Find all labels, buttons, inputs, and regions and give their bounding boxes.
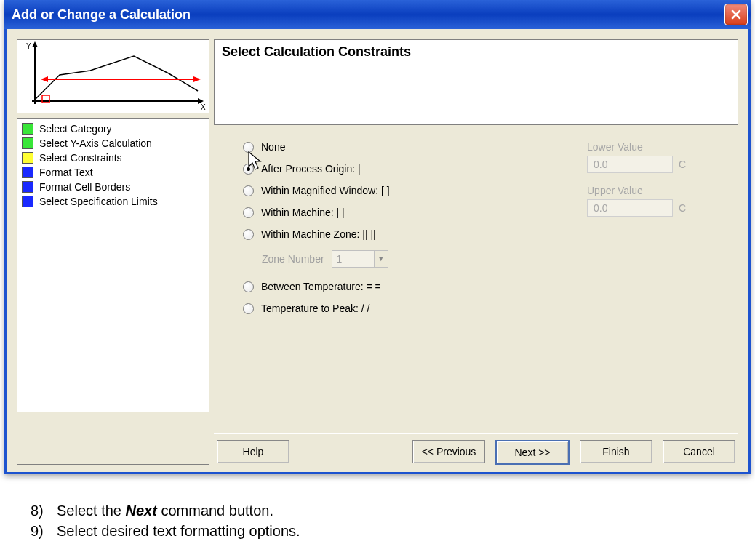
radio-icon bbox=[243, 164, 254, 175]
radio-temperature-to-peak[interactable]: Temperature to Peak: / / bbox=[243, 303, 580, 314]
left-column: Y X Select Category bbox=[17, 39, 209, 465]
radio-machine-zone[interactable]: Within Machine Zone: || || bbox=[243, 228, 580, 240]
radio-label: Within Machine: | | bbox=[261, 207, 345, 218]
options-area: None After Process Origin: | Within Magn… bbox=[214, 125, 738, 433]
window-body: Y X Select Category bbox=[4, 29, 751, 474]
next-button[interactable]: Next >> bbox=[495, 440, 570, 465]
radio-icon bbox=[243, 303, 254, 314]
help-button[interactable]: Help bbox=[217, 440, 289, 463]
step-label: Select Constraints bbox=[39, 152, 122, 164]
radio-icon bbox=[243, 207, 254, 218]
upper-value-label: Upper Value bbox=[587, 185, 725, 196]
svg-marker-1 bbox=[32, 41, 38, 47]
step-item-spec-limits[interactable]: Select Specification Limits bbox=[19, 194, 207, 209]
step-label: Format Text bbox=[39, 167, 93, 178]
lower-value-input[interactable]: 0.0 bbox=[587, 156, 673, 173]
step-item-category[interactable]: Select Category bbox=[19, 121, 207, 136]
info-box bbox=[17, 417, 209, 465]
zone-number-label: Zone Number bbox=[262, 253, 324, 265]
step-label: Select Specification Limits bbox=[39, 196, 158, 207]
zone-number-value: 1 bbox=[337, 253, 343, 265]
value-panel: Lower Value 0.0 C Upper Value 0.0 bbox=[580, 141, 725, 426]
radio-icon bbox=[243, 185, 254, 196]
radio-between-temperature[interactable]: Between Temperature: = = bbox=[243, 281, 580, 292]
step-swatch bbox=[22, 181, 33, 193]
instruction-8-text: Select the Next command button. bbox=[57, 500, 273, 521]
step-label: Format Cell Borders bbox=[39, 181, 130, 193]
upper-value-unit: C bbox=[679, 202, 686, 214]
instruction-9-number: 9) bbox=[31, 521, 51, 541]
upper-value-input[interactable]: 0.0 bbox=[587, 199, 673, 217]
step-item-constraints[interactable]: Select Constraints bbox=[19, 151, 207, 165]
graph-y-label: Y bbox=[26, 42, 31, 50]
zone-number-select[interactable]: 1 ▼ bbox=[332, 250, 388, 268]
step-item-yaxis[interactable]: Select Y-Axis Calculation bbox=[19, 136, 207, 151]
radio-icon bbox=[243, 142, 254, 153]
svg-marker-5 bbox=[41, 76, 48, 82]
radio-magnified-window[interactable]: Within Magnified Window: [ ] bbox=[243, 185, 580, 196]
radio-icon bbox=[243, 281, 254, 292]
step-swatch bbox=[22, 152, 33, 164]
right-column: Select Calculation Constraints None Afte… bbox=[214, 39, 738, 465]
radio-label: After Process Origin: | bbox=[261, 163, 361, 175]
close-button[interactable] bbox=[724, 4, 748, 25]
lower-value-unit: C bbox=[679, 159, 686, 170]
zone-number-row: Zone Number 1 ▼ bbox=[262, 250, 580, 268]
cancel-button[interactable]: Cancel bbox=[663, 440, 735, 463]
wizard-step-list: Select Category Select Y-Axis Calculatio… bbox=[17, 118, 209, 412]
step-title: Select Calculation Constraints bbox=[222, 44, 730, 60]
radio-within-machine[interactable]: Within Machine: | | bbox=[243, 207, 580, 218]
instruction-8-number: 8) bbox=[31, 500, 51, 521]
step-swatch bbox=[22, 137, 33, 149]
finish-button[interactable]: Finish bbox=[580, 440, 652, 463]
upper-section: Y X Select Category bbox=[17, 39, 738, 465]
titlebar: Add or Change a Calculation bbox=[4, 0, 751, 29]
radio-label: Between Temperature: = = bbox=[261, 281, 381, 292]
preview-graph: Y X bbox=[17, 39, 209, 113]
dialog-window: Add or Change a Calculation Y X bbox=[4, 0, 751, 474]
step-item-format-borders[interactable]: Format Cell Borders bbox=[19, 180, 207, 194]
radio-none[interactable]: None bbox=[243, 141, 580, 153]
lower-value-label: Lower Value bbox=[587, 141, 725, 153]
radio-label: Within Magnified Window: [ ] bbox=[261, 185, 390, 196]
step-label: Select Y-Axis Calculation bbox=[39, 137, 152, 149]
constraint-radio-group: None After Process Origin: | Within Magn… bbox=[243, 141, 580, 426]
step-header: Select Calculation Constraints bbox=[214, 39, 738, 125]
button-bar: Help << Previous Next >> Finish Cancel bbox=[214, 433, 738, 465]
step-swatch bbox=[22, 123, 33, 135]
close-icon bbox=[731, 9, 741, 20]
instruction-9-text: Select desired text formatting options. bbox=[57, 521, 300, 541]
svg-marker-6 bbox=[193, 76, 201, 82]
step-swatch bbox=[22, 167, 33, 178]
previous-button[interactable]: << Previous bbox=[412, 440, 485, 463]
instruction-text: 8) Select the Next command button. 9) Se… bbox=[0, 481, 755, 548]
radio-icon bbox=[243, 229, 254, 240]
step-label: Select Category bbox=[39, 123, 112, 135]
window-title: Add or Change a Calculation bbox=[12, 7, 191, 23]
radio-after-origin[interactable]: After Process Origin: | bbox=[243, 163, 580, 175]
chevron-down-icon: ▼ bbox=[374, 251, 388, 267]
radio-label: Temperature to Peak: / / bbox=[261, 303, 369, 314]
graph-x-label: X bbox=[201, 103, 206, 111]
step-item-format-text[interactable]: Format Text bbox=[19, 165, 207, 180]
radio-label: None bbox=[261, 141, 285, 153]
step-swatch bbox=[22, 196, 33, 207]
radio-label: Within Machine Zone: || || bbox=[261, 228, 376, 240]
